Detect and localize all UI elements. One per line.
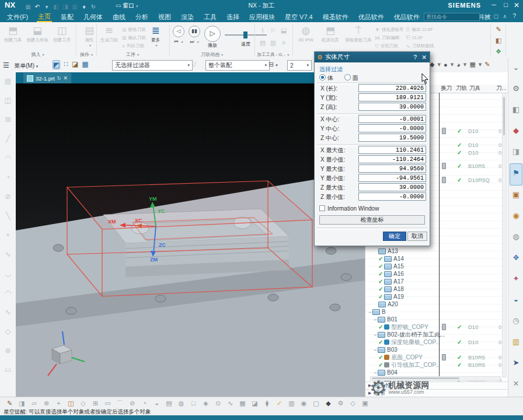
menu-tab-9[interactable]: 选择 bbox=[225, 12, 240, 22]
tree-row-型腔铣_COPY[interactable]: ✓型腔铣_COPY✓D100 bbox=[365, 323, 514, 331]
bottom-icon-12[interactable]: ◒ bbox=[151, 398, 163, 408]
view-icon-6[interactable]: ▦ bbox=[469, 61, 475, 68]
sketch-icon-8[interactable]: + bbox=[2, 226, 14, 246]
view-icon-2[interactable]: ● bbox=[444, 61, 448, 68]
tree-row-A13[interactable]: A13 bbox=[365, 247, 514, 255]
view-icon-0[interactable]: ◆ bbox=[430, 61, 434, 68]
tree-row-A16[interactable]: ✓A16 bbox=[365, 270, 514, 278]
sketch-icon-11[interactable]: ◠ bbox=[2, 284, 14, 303]
quick-icon-0[interactable]: ✎ bbox=[493, 26, 504, 33]
menu-tab-14[interactable]: 优品软件 bbox=[393, 12, 421, 22]
bottom-icon-4[interactable]: + bbox=[53, 398, 65, 408]
tree-row-A19[interactable]: ✓A19 bbox=[365, 293, 514, 300]
menu-tab-6[interactable]: 视图 bbox=[157, 12, 172, 22]
view-icon-5[interactable]: ▾ bbox=[463, 61, 467, 68]
bottom-icon-22[interactable]: ✓ bbox=[273, 398, 285, 408]
dim-field-7[interactable] bbox=[358, 155, 426, 163]
view-icon-1[interactable]: ▾ bbox=[437, 61, 441, 68]
sketch-icon-13[interactable]: ◇ bbox=[2, 323, 14, 342]
resource-icon-14[interactable]: ➤ bbox=[510, 354, 522, 374]
menu-tab-10[interactable]: 应用模块 bbox=[248, 12, 276, 22]
resource-icon-9[interactable]: ❖ bbox=[510, 249, 522, 270]
check-coordinates-button[interactable]: 检查坐标 bbox=[319, 215, 425, 225]
menu-tab-11[interactable]: 星空 V7.4 bbox=[284, 12, 314, 22]
tool-icon-6[interactable]: ≡ bbox=[278, 39, 289, 47]
selection-filter-dropdown[interactable]: 无选择过滤器▾ bbox=[112, 60, 193, 71]
sketch-icon-14[interactable]: ⊕ bbox=[2, 342, 14, 361]
divide-toolpath-button[interactable]: ▽分割刀轨 bbox=[375, 42, 403, 50]
dim-field-10[interactable] bbox=[358, 183, 426, 191]
dim-field-6[interactable] bbox=[358, 146, 426, 154]
sketch-icon-1[interactable]: ◫ bbox=[2, 92, 14, 111]
resource-icon-0[interactable]: ⌄ bbox=[510, 58, 522, 79]
sketch-icon-3[interactable]: ╱ bbox=[2, 130, 14, 149]
more-button[interactable]: ≣更多▾ bbox=[148, 24, 163, 50]
resource-icon-6[interactable]: ▣ bbox=[510, 186, 522, 206]
bottom-icon-24[interactable]: ◉ bbox=[298, 398, 310, 408]
dim-field-4[interactable] bbox=[358, 124, 426, 132]
radio-body[interactable]: 体 bbox=[319, 75, 333, 81]
sketch-icon-6[interactable]: ⊘ bbox=[2, 188, 14, 207]
resource-icon-13[interactable]: ▥ bbox=[510, 332, 522, 354]
expand-icon[interactable]: − bbox=[373, 347, 378, 353]
group-machining-tools-label[interactable]: 加工工具 - G...▾ bbox=[254, 52, 292, 58]
sketch-icon-10[interactable]: ◡ bbox=[2, 265, 14, 284]
create-tool-button[interactable]: ⬒创建刀具 bbox=[1, 24, 25, 43]
tree-row-A17[interactable]: ✓A17 bbox=[365, 278, 514, 285]
quick-icon-2[interactable]: ❖ bbox=[493, 48, 504, 55]
tree-row-B03[interactable]: −B03 bbox=[365, 346, 508, 354]
bottom-icon-1[interactable]: ◨ bbox=[16, 398, 28, 408]
scope-dropdown[interactable]: 整个装配▾ bbox=[205, 60, 270, 71]
view-icon-8[interactable]: ✎ bbox=[484, 61, 490, 68]
optimize-feed-button[interactable]: ▼优化进给率 bbox=[375, 26, 403, 33]
minimize-button[interactable]: ─ bbox=[491, 1, 496, 8]
machine-sim-button[interactable]: ⬒机床仿真 bbox=[319, 24, 342, 50]
view-icon-7[interactable]: ▾ bbox=[479, 61, 482, 68]
tree-row-A18[interactable]: ✓A18 bbox=[365, 285, 514, 293]
close-button[interactable]: ✕ bbox=[514, 1, 519, 9]
tree-row-A14[interactable]: ✓A14 bbox=[365, 255, 514, 262]
column-toolchange[interactable]: 换刀 bbox=[441, 85, 452, 92]
menu-tab-1[interactable]: 主页 bbox=[37, 12, 52, 22]
bottom-icon-0[interactable]: ✎ bbox=[4, 398, 16, 408]
maximize-button[interactable]: □ bbox=[504, 1, 508, 8]
dim-field-8[interactable] bbox=[358, 164, 426, 173]
view-icon-3[interactable]: ▾ bbox=[451, 61, 454, 68]
dim-field-11[interactable] bbox=[358, 192, 426, 201]
column-toolpath[interactable]: 刀轨 bbox=[456, 85, 467, 92]
list-toolpath-button[interactable]: ≡列出刀轨 bbox=[122, 42, 146, 50]
bottom-icon-27[interactable]: ⚙ bbox=[334, 398, 347, 408]
speed-slider-handle[interactable] bbox=[243, 32, 247, 38]
hamburger-icon[interactable]: ☰ bbox=[3, 61, 9, 69]
verify-toolpath-button[interactable]: ⊟校验刀轨 bbox=[122, 26, 146, 33]
menu-tab-12[interactable]: 模圣软件 bbox=[322, 12, 350, 22]
sketch-icon-4[interactable]: ◠ bbox=[2, 149, 14, 169]
vertical-scrollbar[interactable] bbox=[502, 93, 507, 377]
resource-icon-2[interactable]: ◧ bbox=[510, 100, 522, 121]
fullscreen-icon[interactable]: ▢ bbox=[493, 13, 498, 19]
dim-field-3[interactable] bbox=[358, 115, 426, 123]
dim-field-1[interactable] bbox=[358, 93, 426, 102]
confirm-toolpath-button[interactable]: ⊞确认刀轨 bbox=[122, 34, 146, 41]
menu-tab-5[interactable]: 分析 bbox=[134, 12, 149, 22]
create-geometry-button[interactable]: ⬓创建几何体 bbox=[26, 24, 49, 43]
go-to-end-button[interactable]: ⏭ ▾ bbox=[190, 39, 198, 45]
expand-icon[interactable]: − bbox=[373, 332, 378, 338]
toolpath-to-curve-button[interactable]: ∿刀轨转曲线 bbox=[406, 42, 434, 50]
bottom-icon-5[interactable]: ◫ bbox=[65, 398, 77, 408]
bottom-icon-3[interactable]: ⊕ bbox=[40, 398, 53, 408]
radio-face[interactable]: 面 bbox=[344, 75, 358, 81]
sketch-icon-15[interactable]: ▭ bbox=[2, 361, 14, 380]
menu-dropdown[interactable]: 菜单(M) ▾ bbox=[14, 62, 38, 70]
tool-icon-3[interactable]: ⬓ bbox=[278, 27, 289, 34]
bottom-icon-23[interactable]: ▥ bbox=[285, 398, 298, 408]
sketch-icon-5[interactable]: ◔ bbox=[2, 169, 14, 188]
bottom-icon-15[interactable]: □ bbox=[187, 398, 200, 408]
ok-button[interactable]: 确定 bbox=[383, 232, 406, 241]
clsf-button[interactable]: ⎗CLSF bbox=[406, 34, 434, 41]
quick-icon-1[interactable]: ◧ bbox=[493, 37, 504, 44]
bottom-icon-7[interactable]: ⊞ bbox=[89, 398, 102, 408]
selection-icon-3[interactable]: ▦ bbox=[82, 60, 88, 69]
cancel-button[interactable]: 取消 bbox=[407, 232, 427, 241]
tree-row-A20[interactable]: A20 bbox=[365, 300, 514, 308]
